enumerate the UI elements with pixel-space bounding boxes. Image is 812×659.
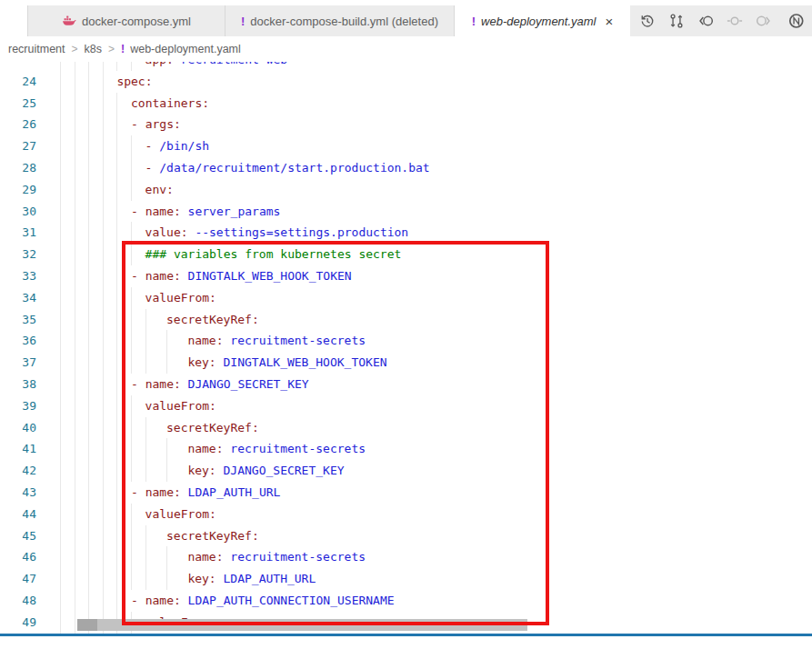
code-text: - /data/recruitment/start.production.bat	[145, 157, 430, 179]
line-number[interactable]: 48	[0, 590, 36, 612]
line-number[interactable]: 27	[0, 135, 36, 157]
line-number[interactable]: 37	[0, 352, 36, 374]
code-line[interactable]: 32### variables from kubernetes secret	[0, 244, 812, 265]
breadcrumb-item-k8s[interactable]: k8s	[85, 43, 102, 55]
breadcrumb-item-recruitment[interactable]: recruitment	[8, 43, 65, 55]
code-line[interactable]: 38- name: DJANGO_SECRET_KEY	[0, 374, 812, 395]
code-line[interactable]: 27- /bin/sh	[0, 135, 812, 157]
line-body: - args:	[36, 114, 812, 135]
indent-guide	[75, 62, 75, 71]
close-icon[interactable]: ×	[606, 15, 614, 28]
breadcrumb-item-file[interactable]: web-deployment.yaml	[130, 43, 241, 55]
code-line[interactable]: 43- name: LDAP_AUTH_URL	[0, 482, 812, 504]
code-editor[interactable]: app: recruitment-web24spec:25containers:…	[0, 62, 812, 636]
line-number[interactable]: 24	[0, 71, 36, 93]
code-line[interactable]: 30- name: server_params	[0, 201, 812, 223]
line-number[interactable]: 46	[0, 546, 36, 568]
indent-guide	[166, 568, 167, 590]
next-change-icon[interactable]	[756, 13, 772, 29]
code-line[interactable]: 29env:	[0, 179, 812, 201]
history-icon[interactable]	[639, 13, 656, 29]
indent-guide	[75, 482, 75, 504]
code-line[interactable]: 40secretKeyRef:	[0, 417, 812, 439]
code-line[interactable]: 33- name: DINGTALK_WEB_HOOK_TOKEN	[0, 265, 812, 287]
code-text: - name: server_params	[131, 201, 280, 223]
code-line[interactable]: 26- args:	[0, 114, 812, 135]
indent-guide	[116, 135, 117, 157]
line-number[interactable]: 28	[0, 157, 36, 179]
line-number[interactable]: 40	[0, 417, 36, 439]
code-line[interactable]: 41name: recruitment-secrets	[0, 438, 812, 460]
indent-guide	[131, 135, 132, 157]
line-number[interactable]: 41	[0, 438, 36, 460]
line-number[interactable]: 47	[0, 568, 36, 590]
line-number[interactable]: 26	[0, 114, 36, 135]
indent-guide	[75, 374, 75, 395]
code-line[interactable]: 47key: LDAP_AUTH_URL	[0, 568, 812, 590]
indent-guide	[75, 612, 75, 634]
code-line[interactable]: 46name: recruitment-secrets	[0, 546, 812, 568]
code-line[interactable]: 34valueFrom:	[0, 287, 812, 309]
line-number[interactable]: 33	[0, 265, 36, 287]
horizontal-scrollbar[interactable]	[77, 619, 527, 631]
indent-guide	[116, 93, 117, 115]
indent-guide	[75, 309, 75, 331]
indent-guide	[88, 330, 89, 352]
line-number[interactable]: 49	[0, 612, 36, 634]
line-number[interactable]: 31	[0, 222, 36, 244]
indent-guide	[60, 352, 61, 374]
current-change-icon[interactable]	[727, 13, 743, 29]
line-number[interactable]: 38	[0, 374, 36, 395]
code-line[interactable]: 37key: DINGTALK_WEB_HOOK_TOKEN	[0, 352, 812, 374]
code-lines: app: recruitment-web24spec:25containers:…	[0, 62, 812, 634]
code-line[interactable]: 45secretKeyRef:	[0, 525, 812, 547]
tab-web-deployment[interactable]: ! web-deployment.yaml ×	[455, 5, 630, 36]
code-text: secretKeyRef:	[166, 417, 259, 439]
line-number[interactable]: 45	[0, 525, 36, 547]
line-body: - /bin/sh	[36, 135, 812, 157]
editor-actions	[630, 5, 812, 36]
line-body: valueFrom:	[36, 287, 812, 309]
code-line[interactable]: 36name: recruitment-secrets	[0, 330, 812, 352]
indent-guide	[116, 374, 117, 395]
line-number[interactable]	[0, 62, 36, 71]
code-line[interactable]: 44valueFrom:	[0, 504, 812, 525]
code-line[interactable]: 39valueFrom:	[0, 395, 812, 417]
indent-guide	[60, 590, 61, 612]
line-number[interactable]: 34	[0, 287, 36, 309]
line-number[interactable]: 39	[0, 395, 36, 417]
clipped-circle-icon[interactable]	[785, 13, 806, 29]
code-line[interactable]: 25containers:	[0, 93, 812, 115]
indent-guide	[116, 114, 117, 135]
compare-changes-icon[interactable]	[668, 13, 685, 29]
line-number[interactable]: 36	[0, 330, 36, 352]
indent-guide	[166, 352, 167, 374]
line-number[interactable]: 30	[0, 201, 36, 223]
code-line[interactable]: 28- /data/recruitment/start.production.b…	[0, 157, 812, 179]
indent-guide	[88, 438, 89, 460]
indent-guide	[103, 135, 104, 157]
line-number[interactable]: 32	[0, 244, 36, 265]
line-number[interactable]: 35	[0, 309, 36, 331]
indent-guide	[60, 330, 61, 352]
indent-guide	[60, 482, 61, 504]
indent-guide	[131, 460, 132, 482]
code-line[interactable]: 24spec:	[0, 71, 812, 93]
tab-label: docker-compose-build.yml (deleted)	[250, 15, 438, 28]
code-line[interactable]: 35secretKeyRef:	[0, 309, 812, 331]
line-number[interactable]: 29	[0, 179, 36, 201]
indent-guide	[60, 504, 61, 525]
code-line[interactable]: 48- name: LDAP_AUTH_CONNECTION_USERNAME	[0, 590, 812, 612]
tab-docker-compose[interactable]: docker-compose.yml	[27, 5, 226, 36]
tab-docker-compose-build[interactable]: ! docker-compose-build.yml (deleted)	[226, 5, 455, 36]
line-body: - name: LDAP_AUTH_URL	[36, 482, 812, 504]
code-line[interactable]: 42key: DJANGO_SECRET_KEY	[0, 460, 812, 482]
code-line[interactable]: 31value: --settings=settings.production	[0, 222, 812, 244]
indent-guide	[60, 62, 61, 71]
code-line[interactable]: app: recruitment-web	[0, 62, 812, 71]
line-number[interactable]: 44	[0, 504, 36, 525]
line-number[interactable]: 25	[0, 93, 36, 115]
line-number[interactable]: 42	[0, 460, 36, 482]
line-number[interactable]: 43	[0, 482, 36, 504]
previous-change-icon[interactable]	[697, 13, 714, 29]
